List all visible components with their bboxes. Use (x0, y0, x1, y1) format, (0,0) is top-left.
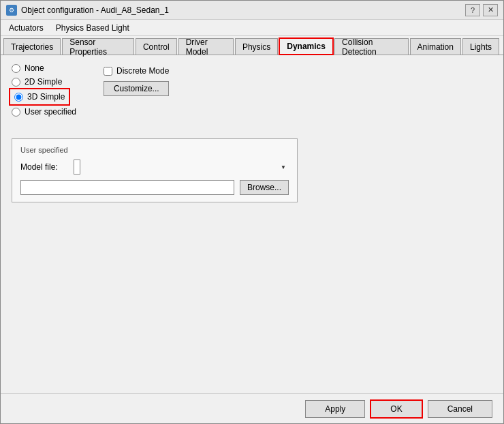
tab-animation[interactable]: Animation (410, 38, 461, 55)
menu-actuators[interactable]: Actuators (3, 22, 49, 34)
discrete-mode-row: Discrete Mode (104, 66, 169, 76)
discrete-mode-checkbox[interactable] (104, 67, 112, 76)
title-bar: ⚙ Object configuration - Audi_A8_Sedan_1… (1, 1, 503, 20)
file-path-input[interactable] (20, 180, 234, 195)
tab-dynamics[interactable]: Dynamics (279, 38, 333, 55)
model-file-select-wrapper (74, 160, 289, 175)
cancel-button[interactable]: Cancel (428, 400, 492, 418)
help-button[interactable]: ? (465, 4, 480, 16)
title-bar-left: ⚙ Object configuration - Audi_A8_Sedan_1 (6, 5, 169, 16)
file-row: Browse... (20, 180, 289, 195)
ok-button[interactable]: OK (371, 400, 422, 418)
user-specified-group: User specified Model file: Browse... (12, 138, 298, 202)
customize-button[interactable]: Customize... (104, 81, 169, 96)
model-file-select[interactable] (74, 160, 80, 175)
apply-button[interactable]: Apply (305, 400, 365, 418)
window-title: Object configuration - Audi_A8_Sedan_1 (21, 5, 169, 15)
radio-group: None 2D Simple 3D Simple User specified (12, 63, 76, 117)
tab-control[interactable]: Control (136, 38, 177, 55)
tab-bar: Trajectories Sensor Properties Control D… (1, 36, 503, 55)
radio-2d-input[interactable] (12, 78, 20, 87)
tab-physics[interactable]: Physics (235, 38, 278, 55)
radio-user-label[interactable]: User specified (25, 107, 76, 117)
radio-user-input[interactable] (12, 108, 20, 117)
close-button[interactable]: ✕ (483, 4, 498, 16)
radio-3d-label[interactable]: 3D Simple (27, 92, 65, 102)
tab-lights[interactable]: Lights (462, 38, 499, 55)
options-panel: Discrete Mode Customize... (104, 63, 169, 96)
footer: Apply OK Cancel (1, 393, 503, 423)
radio-none-label[interactable]: None (25, 63, 44, 73)
window-icon: ⚙ (6, 5, 17, 16)
browse-button[interactable]: Browse... (240, 180, 289, 195)
radio-2d-label[interactable]: 2D Simple (25, 77, 62, 87)
model-file-label: Model file: (20, 162, 68, 172)
tab-sensor-properties[interactable]: Sensor Properties (62, 38, 134, 55)
group-legend: User specified (20, 146, 289, 154)
main-window: ⚙ Object configuration - Audi_A8_Sedan_1… (0, 0, 504, 424)
discrete-mode-label[interactable]: Discrete Mode (116, 66, 169, 76)
radio-user-specified: User specified (12, 107, 76, 117)
radio-none: None (12, 63, 76, 73)
menu-physics-based-light[interactable]: Physics Based Light (50, 22, 135, 34)
tab-driver-model[interactable]: Driver Model (178, 38, 234, 55)
radio-3d-simple: 3D Simple (12, 91, 76, 103)
tab-trajectories[interactable]: Trajectories (3, 38, 61, 55)
tab-collision-detection[interactable]: Collision Detection (334, 38, 409, 55)
model-file-row: Model file: (20, 160, 289, 175)
radio-none-input[interactable] (12, 64, 20, 73)
content-area: None 2D Simple 3D Simple User specified (1, 55, 503, 393)
menu-bar: Actuators Physics Based Light (1, 20, 503, 36)
title-bar-buttons: ? ✕ (465, 4, 498, 16)
radio-3d-input[interactable] (14, 93, 23, 102)
radio-2d-simple: 2D Simple (12, 77, 76, 87)
